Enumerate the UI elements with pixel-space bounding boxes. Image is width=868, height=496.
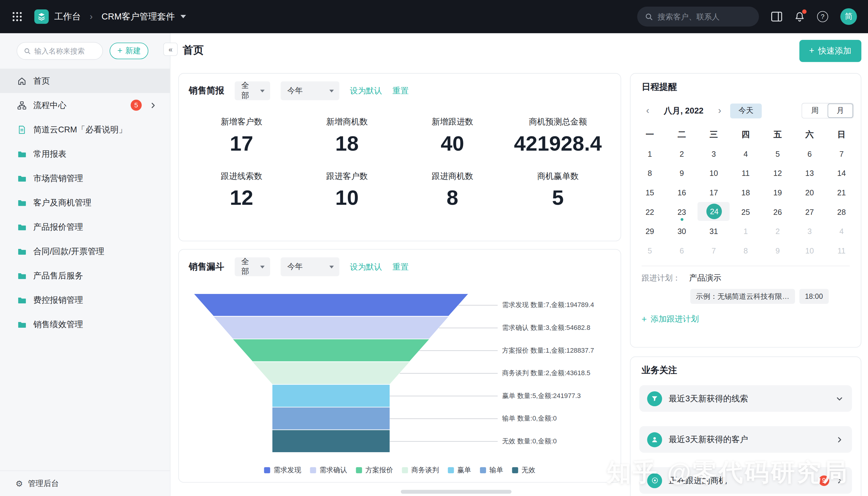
sidebar-item[interactable]: 产品售后服务 [0,264,170,288]
calendar-day[interactable]: 29 [634,221,666,241]
calendar-day[interactable]: 30 [666,221,698,241]
legend-item[interactable]: 商务谈判 [402,466,439,475]
sidebar-item[interactable]: 产品报价管理 [0,215,170,239]
calendar-day[interactable]: 6 [794,144,826,164]
legend-item[interactable]: 需求确认 [310,466,347,475]
sidebar-item[interactable]: 合同/回款/开票管理 [0,239,170,264]
calendar-day[interactable]: 14 [825,164,857,183]
funnel-stage[interactable] [273,430,390,452]
funnel-stage[interactable] [233,339,429,361]
calendar-day[interactable]: 4 [730,144,762,164]
funnel-stage[interactable] [273,385,390,407]
legend-item[interactable]: 输单 [480,466,503,475]
calendar-day[interactable]: 4 [825,221,857,241]
funnel-stage[interactable] [273,407,390,430]
legend-item[interactable]: 需求发现 [264,466,301,475]
calendar-day[interactable]: 19 [762,183,794,202]
sidebar-item[interactable]: 客户及商机管理 [0,190,170,215]
panel-toggle-icon[interactable] [771,12,782,21]
calendar-day[interactable]: 3 [794,221,826,241]
funnel-stage[interactable] [214,316,448,339]
set-default-link[interactable]: 设为默认 [350,261,382,272]
calendar-day[interactable]: 7 [825,144,857,164]
calendar-day[interactable]: 27 [794,202,826,221]
add-plan-link[interactable]: + 添加跟进计划 [641,314,850,324]
calendar-day[interactable]: 24 [698,202,730,221]
calendar-day[interactable]: 21 [825,183,857,202]
calendar-day[interactable]: 17 [698,183,730,202]
scope-select[interactable]: 全部 [235,81,270,100]
calendar-day[interactable]: 23 [666,202,698,221]
calendar-day[interactable]: 5 [762,144,794,164]
calendar-day[interactable]: 11 [825,241,857,260]
sidebar-item[interactable]: 费控报销管理 [0,288,170,312]
month-toggle[interactable]: 月 [827,104,853,118]
sidebar-item[interactable]: 流程中心 5 [0,93,170,118]
chevron-right-icon[interactable] [150,102,157,109]
sidebar-item[interactable]: 首页 [0,69,170,93]
sidebar-item[interactable]: 销售绩效管理 [0,312,170,337]
workspace-logo-icon[interactable] [34,10,49,24]
sidebar-item[interactable]: 简道云CRM「必看说明」 [0,118,170,142]
calendar-day[interactable]: 28 [825,202,857,221]
calendar-day[interactable]: 20 [794,183,826,202]
chevron-right-icon[interactable] [836,477,843,484]
calendar-day[interactable]: 10 [698,164,730,183]
next-month-icon[interactable]: › [714,105,726,116]
sidebar-search[interactable] [17,42,103,60]
quick-add-button[interactable]: + 快速添加 [799,40,861,62]
calendar-day[interactable]: 31 [698,221,730,241]
calendar-day[interactable]: 6 [666,241,698,260]
legend-item[interactable]: 方案报价 [356,466,393,475]
calendar-day[interactable]: 1 [634,144,666,164]
calendar-day[interactable]: 8 [634,164,666,183]
funnel-stage[interactable] [253,362,409,384]
calendar-day[interactable]: 18 [730,183,762,202]
funnel-stage[interactable] [194,294,468,316]
calendar-day[interactable]: 2 [666,144,698,164]
legend-item[interactable]: 无效 [512,466,535,475]
legend-item[interactable]: 赢单 [448,466,471,475]
calendar-day[interactable]: 11 [730,164,762,183]
calendar-day[interactable]: 9 [762,241,794,260]
calendar-day[interactable]: 12 [762,164,794,183]
new-button[interactable]: + 新建 [110,43,149,59]
calendar-day[interactable]: 15 [634,183,666,202]
calendar-day[interactable]: 7 [698,241,730,260]
plan-item-chip[interactable]: 示例：无锡简道云科技有限… [690,289,795,304]
app-title[interactable]: CRM客户管理套件 [102,11,175,22]
workspace-label[interactable]: 工作台 [54,11,81,22]
app-grid-icon[interactable] [12,12,22,21]
chevron-down-icon[interactable] [836,395,843,402]
horizontal-scrollbar-thumb[interactable] [401,490,512,494]
help-icon[interactable]: ? [817,11,828,22]
calendar-day[interactable]: 13 [794,164,826,183]
set-default-link[interactable]: 设为默认 [350,86,382,96]
calendar-day[interactable]: 16 [666,183,698,202]
calendar-day[interactable]: 10 [794,241,826,260]
week-toggle[interactable]: 周 [802,104,828,118]
reset-link[interactable]: 重置 [392,261,409,272]
calendar-day[interactable]: 25 [730,202,762,221]
reset-link[interactable]: 重置 [392,86,409,96]
calendar-day[interactable]: 1 [730,221,762,241]
scope-select[interactable]: 全部 [235,258,270,276]
focus-item[interactable]: 最近3天新获得的客户 [639,426,852,453]
admin-footer[interactable]: ⚙ 管理后台 [0,470,170,496]
notifications-bell-icon[interactable] [794,11,805,22]
sidebar-collapse-button[interactable]: « [164,43,178,56]
prev-month-icon[interactable]: ‹ [641,105,654,116]
sidebar-item[interactable]: 常用报表 [0,142,170,166]
focus-item[interactable]: 最近3天新获得的线索 [639,385,852,412]
app-title-caret-icon[interactable] [181,15,186,18]
time-select[interactable]: 今年 [281,81,339,100]
calendar-day[interactable]: 9 [666,164,698,183]
user-avatar[interactable]: 简 [840,8,857,25]
global-search-input[interactable] [658,12,751,21]
calendar-day[interactable]: 3 [698,144,730,164]
calendar-day[interactable]: 26 [762,202,794,221]
sidebar-search-input[interactable] [34,47,90,55]
focus-item[interactable]: 正在跟进的商机 9 [639,467,852,494]
calendar-day[interactable]: 2 [762,221,794,241]
global-search[interactable] [637,7,759,27]
